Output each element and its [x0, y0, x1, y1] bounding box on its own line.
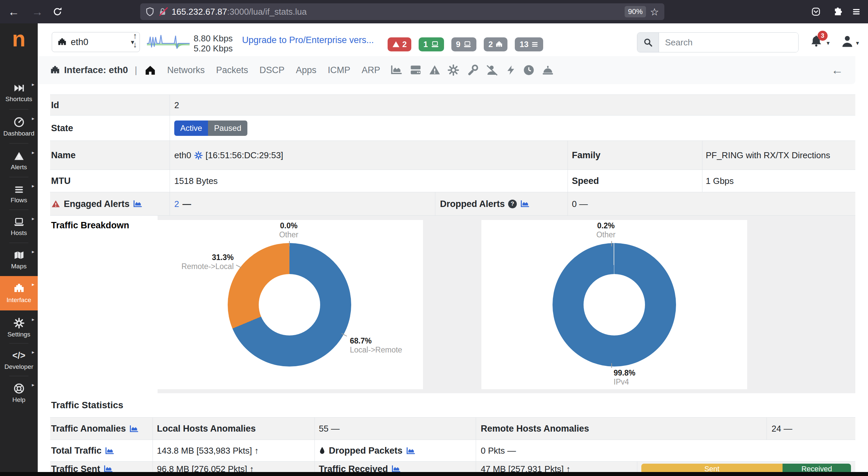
insecure-lock-icon[interactable] — [158, 7, 167, 16]
tab-networks[interactable]: Networks — [167, 65, 205, 75]
sidebar-item-dashboard[interactable]: Dashboard ▸ — [0, 110, 38, 144]
name-label: Name — [51, 141, 169, 170]
id-label: Id — [51, 95, 169, 116]
browser-back-button[interactable]: ← — [8, 0, 19, 23]
laptop-icon — [463, 41, 472, 48]
back-arrow-icon[interactable]: ← — [831, 63, 843, 77]
badge-devices[interactable]: 2 — [484, 37, 507, 52]
chart-icon[interactable] — [133, 200, 142, 208]
state-active-button[interactable]: Active — [174, 121, 208, 136]
chevron-down-icon[interactable]: ▾ — [856, 39, 859, 47]
sidebar-item-maps[interactable]: Maps ▸ — [0, 243, 38, 277]
state-paused-button[interactable]: Paused — [208, 121, 247, 136]
updown-arrows-icon: ↑↓ — [133, 31, 137, 49]
extensions-icon[interactable] — [833, 7, 843, 17]
browser-reload-button[interactable] — [53, 7, 62, 17]
tab-bolt-icon[interactable] — [506, 64, 516, 76]
breadcrumb: Interface: eth0 | — [50, 65, 137, 75]
tracking-protection-shield-icon[interactable] — [146, 7, 154, 17]
help-question-icon[interactable]: ? — [508, 200, 517, 208]
tab-apps[interactable]: Apps — [296, 65, 316, 75]
browser-toolbar: ← → 165.232.67.87:3000/lua/if_stats.lua … — [0, 0, 868, 23]
traffic-statistics-heading: Traffic Statistics — [51, 400, 123, 411]
donut-label-name: Other — [588, 230, 624, 239]
tab-service-bell-icon[interactable] — [542, 65, 554, 75]
laptop-icon — [13, 217, 25, 227]
traffic-breakdown-row: Traffic Breakdown — [50, 215, 855, 393]
laptop-icon — [431, 41, 439, 48]
badge-active-local-hosts[interactable]: 1 — [418, 37, 444, 52]
table-row: MTU 1518 Bytes Speed 1 Gbps — [50, 169, 855, 192]
tab-home-icon[interactable] — [145, 65, 156, 75]
upgrade-link[interactable]: Upgrade to Pro/Enterprise vers... — [242, 35, 374, 45]
life-ring-icon — [14, 383, 24, 394]
total-traffic-value: 143.8 MB [533,983 Pkts] ↑ — [153, 440, 319, 462]
zoom-level-badge[interactable]: 90% — [625, 6, 646, 18]
sidebar-item-shortcuts[interactable]: Shortcuts ▸ — [0, 76, 38, 109]
badge-remote-hosts[interactable]: 9 — [452, 37, 476, 52]
sidebar-item-developer[interactable]: </> Developer ▸ — [0, 344, 38, 377]
interface-config-gear-icon[interactable] — [194, 151, 203, 160]
traffic-breakdown-label: Traffic Breakdown — [51, 220, 129, 231]
browser-address-bar[interactable]: 165.232.67.87:3000/lua/if_stats.lua 90% … — [140, 3, 664, 20]
family-value: PF_RING with RX/TX Directions — [702, 141, 855, 170]
donut-label-name: Local->Remote — [350, 346, 402, 354]
total-traffic-label: Total Traffic — [51, 440, 153, 462]
tab-arp[interactable]: ARP — [362, 65, 380, 75]
sidebar-item-settings[interactable]: Settings ▸ — [0, 311, 38, 345]
tab-icmp[interactable]: ICMP — [328, 65, 350, 75]
badge-engaged-alerts[interactable]: 2 — [388, 37, 411, 52]
sidebar-item-flows[interactable]: Flows ▸ — [0, 178, 38, 211]
submenu-caret-icon: ▸ — [32, 249, 34, 255]
ntopng-logo[interactable]: n — [0, 26, 38, 52]
id-value: 2 — [169, 95, 855, 116]
engaged-alerts-value-link[interactable]: 2 — [174, 199, 179, 209]
speed-value: 1 Gbps — [702, 170, 855, 192]
sidebar-item-help[interactable]: Help ▸ — [0, 377, 38, 410]
pocket-icon[interactable] — [811, 7, 820, 17]
tab-server-icon[interactable] — [410, 64, 422, 76]
donut-label-pct: 68.7% — [350, 337, 372, 346]
table-row: Engaged Alerts 2 — Dropped Alerts ? 0 — — [50, 192, 855, 216]
search-box — [637, 32, 799, 53]
chart-icon[interactable] — [105, 447, 114, 455]
remote-hosts-anomalies-label: Remote Hosts Anomalies — [476, 418, 772, 440]
badge-active-flows[interactable]: 13 — [515, 37, 543, 52]
donut-label-pct: 31.3% — [187, 253, 234, 262]
search-icon — [637, 33, 659, 52]
local-hosts-anomalies-label: Local Hosts Anomalies — [153, 418, 319, 440]
browser-forward-button[interactable]: → — [32, 0, 43, 23]
tab-user-slash-icon[interactable] — [486, 64, 498, 76]
sidebar: n Shortcuts ▸ Dashboard ▸ Alerts ▸ Flows… — [0, 23, 38, 476]
gear-icon — [14, 318, 24, 328]
user-menu[interactable] — [841, 35, 853, 47]
interface-select[interactable]: eth0 ▾ — [52, 32, 140, 52]
gauge-icon — [14, 117, 24, 128]
tab-dscp[interactable]: DSCP — [259, 65, 284, 75]
bookmark-star-icon[interactable]: ☆ — [650, 6, 659, 18]
submenu-caret-icon: ▸ — [32, 150, 34, 156]
sidebar-item-hosts[interactable]: Hosts ▸ — [0, 210, 38, 244]
ethernet-icon — [57, 37, 67, 47]
map-icon — [13, 250, 25, 260]
menu-hamburger-icon[interactable] — [852, 8, 861, 16]
ethernet-icon — [50, 65, 60, 75]
tab-wrench-icon[interactable] — [466, 64, 478, 76]
tab-settings-gear-icon[interactable] — [448, 64, 459, 76]
speed-label: Speed — [567, 170, 706, 192]
chart-icon[interactable] — [520, 200, 529, 208]
chart-icon[interactable] — [406, 447, 415, 455]
chevron-down-icon[interactable]: ▾ — [827, 39, 830, 47]
mtu-value: 1518 Bytes — [169, 170, 572, 192]
tab-packets[interactable]: Packets — [216, 65, 248, 75]
tab-clock-icon[interactable] — [523, 64, 534, 76]
sidebar-item-alerts[interactable]: Alerts ▸ — [0, 144, 38, 178]
chart-icon[interactable] — [129, 425, 138, 433]
table-row: State ActivePaused — [50, 115, 855, 141]
search-input[interactable] — [659, 33, 798, 52]
tab-alerts-icon[interactable] — [429, 64, 440, 76]
sidebar-item-interface[interactable]: Interface ▸ — [0, 276, 38, 311]
tab-chart-icon[interactable] — [390, 65, 402, 75]
notifications-bell[interactable]: 3 — [810, 35, 823, 47]
dropped-packets-label: Dropped Packets — [314, 440, 480, 462]
